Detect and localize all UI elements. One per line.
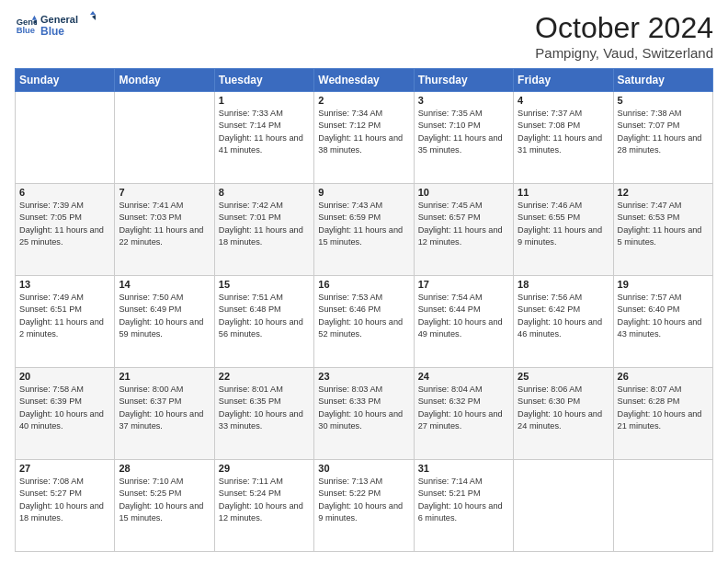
day-number: 1 bbox=[219, 95, 310, 106]
calendar-table: SundayMondayTuesdayWednesdayThursdayFrid… bbox=[15, 68, 713, 552]
day-info: Sunrise: 7:10 AM Sunset: 5:25 PM Dayligh… bbox=[119, 476, 210, 524]
day-info: Sunrise: 7:42 AM Sunset: 7:01 PM Dayligh… bbox=[219, 200, 310, 248]
svg-marker-7 bbox=[92, 15, 96, 20]
day-number: 26 bbox=[618, 371, 709, 382]
day-number: 22 bbox=[219, 371, 310, 382]
day-number: 23 bbox=[318, 371, 409, 382]
day-number: 14 bbox=[119, 279, 210, 290]
day-number: 31 bbox=[418, 463, 509, 474]
day-number: 5 bbox=[618, 95, 709, 106]
logo: General Blue General Blue bbox=[15, 11, 96, 39]
day-info: Sunrise: 7:57 AM Sunset: 6:40 PM Dayligh… bbox=[618, 292, 709, 340]
page: General Blue General Blue October 2024 P… bbox=[0, 0, 728, 563]
day-number: 13 bbox=[19, 279, 110, 290]
weekday-header-thursday: Thursday bbox=[414, 69, 513, 92]
calendar-cell: 31Sunrise: 7:14 AM Sunset: 5:21 PM Dayli… bbox=[414, 460, 513, 552]
day-number: 15 bbox=[219, 279, 310, 290]
day-info: Sunrise: 7:43 AM Sunset: 6:59 PM Dayligh… bbox=[318, 200, 409, 248]
header: General Blue General Blue October 2024 P… bbox=[15, 11, 713, 61]
day-info: Sunrise: 7:11 AM Sunset: 5:24 PM Dayligh… bbox=[219, 476, 310, 524]
weekday-header-monday: Monday bbox=[115, 69, 214, 92]
day-number: 17 bbox=[418, 279, 509, 290]
day-number: 25 bbox=[518, 371, 609, 382]
day-info: Sunrise: 7:47 AM Sunset: 6:53 PM Dayligh… bbox=[618, 200, 709, 248]
title-block: October 2024 Pampigny, Vaud, Switzerland bbox=[535, 11, 713, 61]
day-info: Sunrise: 7:54 AM Sunset: 6:44 PM Dayligh… bbox=[418, 292, 509, 340]
day-info: Sunrise: 7:49 AM Sunset: 6:51 PM Dayligh… bbox=[19, 292, 110, 340]
calendar-cell: 28Sunrise: 7:10 AM Sunset: 5:25 PM Dayli… bbox=[115, 460, 214, 552]
day-info: Sunrise: 7:56 AM Sunset: 6:42 PM Dayligh… bbox=[518, 292, 609, 340]
logo-icon: General Blue bbox=[15, 14, 37, 36]
calendar-cell: 6Sunrise: 7:39 AM Sunset: 7:05 PM Daylig… bbox=[16, 184, 115, 276]
svg-text:Blue: Blue bbox=[17, 25, 35, 35]
day-info: Sunrise: 7:50 AM Sunset: 6:49 PM Dayligh… bbox=[119, 292, 210, 340]
week-row-2: 6Sunrise: 7:39 AM Sunset: 7:05 PM Daylig… bbox=[16, 184, 713, 276]
calendar-cell: 30Sunrise: 7:13 AM Sunset: 5:22 PM Dayli… bbox=[314, 460, 414, 552]
day-number: 9 bbox=[318, 187, 409, 198]
calendar-cell: 12Sunrise: 7:47 AM Sunset: 6:53 PM Dayli… bbox=[613, 184, 712, 276]
calendar-cell: 10Sunrise: 7:45 AM Sunset: 6:57 PM Dayli… bbox=[414, 184, 513, 276]
day-info: Sunrise: 7:45 AM Sunset: 6:57 PM Dayligh… bbox=[418, 200, 509, 248]
calendar-cell: 2Sunrise: 7:34 AM Sunset: 7:12 PM Daylig… bbox=[314, 92, 414, 184]
calendar-cell: 15Sunrise: 7:51 AM Sunset: 6:48 PM Dayli… bbox=[214, 276, 313, 368]
day-info: Sunrise: 7:38 AM Sunset: 7:07 PM Dayligh… bbox=[618, 108, 709, 156]
day-number: 24 bbox=[418, 371, 509, 382]
calendar-cell: 16Sunrise: 7:53 AM Sunset: 6:46 PM Dayli… bbox=[314, 276, 414, 368]
calendar-cell: 18Sunrise: 7:56 AM Sunset: 6:42 PM Dayli… bbox=[514, 276, 613, 368]
day-number: 20 bbox=[19, 371, 110, 382]
calendar-cell: 17Sunrise: 7:54 AM Sunset: 6:44 PM Dayli… bbox=[414, 276, 513, 368]
weekday-header-saturday: Saturday bbox=[613, 69, 712, 92]
calendar-cell: 21Sunrise: 8:00 AM Sunset: 6:37 PM Dayli… bbox=[115, 368, 214, 460]
day-number: 3 bbox=[418, 95, 509, 106]
calendar-cell bbox=[115, 92, 214, 184]
day-info: Sunrise: 8:04 AM Sunset: 6:32 PM Dayligh… bbox=[418, 384, 509, 432]
calendar-cell: 20Sunrise: 7:58 AM Sunset: 6:39 PM Dayli… bbox=[16, 368, 115, 460]
day-info: Sunrise: 7:41 AM Sunset: 7:03 PM Dayligh… bbox=[119, 200, 210, 248]
day-info: Sunrise: 7:08 AM Sunset: 5:27 PM Dayligh… bbox=[19, 476, 110, 524]
calendar-cell: 4Sunrise: 7:37 AM Sunset: 7:08 PM Daylig… bbox=[514, 92, 613, 184]
logo-text-svg: General Blue bbox=[40, 11, 96, 39]
day-info: Sunrise: 8:00 AM Sunset: 6:37 PM Dayligh… bbox=[119, 384, 210, 432]
day-info: Sunrise: 7:33 AM Sunset: 7:14 PM Dayligh… bbox=[219, 108, 310, 156]
day-number: 4 bbox=[518, 95, 609, 106]
calendar-cell: 23Sunrise: 8:03 AM Sunset: 6:33 PM Dayli… bbox=[314, 368, 414, 460]
day-info: Sunrise: 7:39 AM Sunset: 7:05 PM Dayligh… bbox=[19, 200, 110, 248]
day-number: 21 bbox=[119, 371, 210, 382]
calendar-cell: 22Sunrise: 8:01 AM Sunset: 6:35 PM Dayli… bbox=[214, 368, 313, 460]
day-info: Sunrise: 7:34 AM Sunset: 7:12 PM Dayligh… bbox=[318, 108, 409, 156]
day-info: Sunrise: 8:03 AM Sunset: 6:33 PM Dayligh… bbox=[318, 384, 409, 432]
day-number: 28 bbox=[119, 463, 210, 474]
week-row-5: 27Sunrise: 7:08 AM Sunset: 5:27 PM Dayli… bbox=[16, 460, 713, 552]
day-info: Sunrise: 7:46 AM Sunset: 6:55 PM Dayligh… bbox=[518, 200, 609, 248]
svg-text:Blue: Blue bbox=[40, 25, 64, 38]
day-number: 2 bbox=[318, 95, 409, 106]
weekday-header-wednesday: Wednesday bbox=[314, 69, 414, 92]
day-info: Sunrise: 7:13 AM Sunset: 5:22 PM Dayligh… bbox=[318, 476, 409, 524]
weekday-header-row: SundayMondayTuesdayWednesdayThursdayFrid… bbox=[16, 69, 713, 92]
calendar-cell: 8Sunrise: 7:42 AM Sunset: 7:01 PM Daylig… bbox=[214, 184, 313, 276]
calendar-cell: 29Sunrise: 7:11 AM Sunset: 5:24 PM Dayli… bbox=[214, 460, 313, 552]
calendar-cell: 27Sunrise: 7:08 AM Sunset: 5:27 PM Dayli… bbox=[16, 460, 115, 552]
weekday-header-tuesday: Tuesday bbox=[214, 69, 313, 92]
calendar-cell: 1Sunrise: 7:33 AM Sunset: 7:14 PM Daylig… bbox=[214, 92, 313, 184]
weekday-header-sunday: Sunday bbox=[16, 69, 115, 92]
calendar-cell: 9Sunrise: 7:43 AM Sunset: 6:59 PM Daylig… bbox=[314, 184, 414, 276]
day-number: 18 bbox=[518, 279, 609, 290]
day-number: 10 bbox=[418, 187, 509, 198]
day-info: Sunrise: 7:37 AM Sunset: 7:08 PM Dayligh… bbox=[518, 108, 609, 156]
calendar-cell: 24Sunrise: 8:04 AM Sunset: 6:32 PM Dayli… bbox=[414, 368, 513, 460]
day-info: Sunrise: 7:51 AM Sunset: 6:48 PM Dayligh… bbox=[219, 292, 310, 340]
calendar-cell: 11Sunrise: 7:46 AM Sunset: 6:55 PM Dayli… bbox=[514, 184, 613, 276]
calendar-cell: 14Sunrise: 7:50 AM Sunset: 6:49 PM Dayli… bbox=[115, 276, 214, 368]
day-number: 19 bbox=[618, 279, 709, 290]
svg-marker-6 bbox=[90, 11, 96, 15]
day-info: Sunrise: 8:01 AM Sunset: 6:35 PM Dayligh… bbox=[219, 384, 310, 432]
day-info: Sunrise: 8:07 AM Sunset: 6:28 PM Dayligh… bbox=[618, 384, 709, 432]
calendar-cell: 19Sunrise: 7:57 AM Sunset: 6:40 PM Dayli… bbox=[613, 276, 712, 368]
calendar-cell bbox=[16, 92, 115, 184]
month-title: October 2024 bbox=[535, 11, 713, 45]
day-number: 27 bbox=[19, 463, 110, 474]
weekday-header-friday: Friday bbox=[514, 69, 613, 92]
day-number: 11 bbox=[518, 187, 609, 198]
day-number: 30 bbox=[318, 463, 409, 474]
